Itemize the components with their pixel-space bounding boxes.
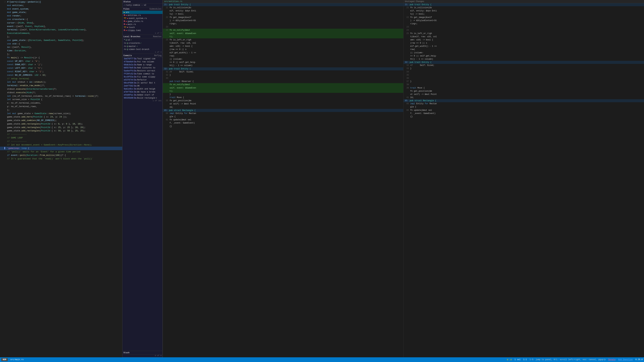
code-line: terminal::{self, EnterAlternateScreen, L…	[0, 28, 122, 32]
git-stash-title: Stash	[124, 352, 130, 354]
version-label: 0.36.0	[636, 359, 643, 361]
main-container: ✓ #![warn(clippy::pedantic)] mod entitie…	[0, 0, 644, 357]
diff-section-85: 85: pub struct Rectangle {	[163, 109, 403, 112]
diff-left-line: 32 }	[163, 73, 403, 77]
git-commit-9[interactable]: 68cdf606 Da It works! But t	[122, 81, 162, 84]
commits-pagination: 1 of 101	[122, 99, 162, 102]
git-commit-6[interactable]: ff29fc52 Da Fake commit to	[122, 72, 162, 75]
diff-right-line: 38	[404, 83, 644, 86]
code-line: const LEFT_KEY: char = 'h';	[0, 66, 122, 70]
status-warnings: W ⚠6	[507, 359, 512, 361]
git-branches-section: Local Branches Remotes * ψ v2 ✓ 3m ψ cro…	[122, 35, 162, 54]
git-branch-v2[interactable]: * ψ v2 ✓	[122, 38, 162, 41]
code-line: // let mut movement_event = GameEvent::K…	[0, 143, 122, 147]
code-line: game_state.add_rectangles(Point2d { x: 0…	[0, 122, 122, 126]
code-line: x: no_of_terminal_columns,	[0, 101, 122, 105]
git-branch-master[interactable]: 4m ψ master ✓	[122, 45, 162, 48]
code-line: let (no_of_terminal_columns, no_of_termi…	[0, 94, 122, 98]
code-line: terminal::enable_raw_mode()?;	[0, 84, 122, 87]
git-branch-item: ✓ rusty-zombie → v2	[122, 3, 162, 7]
diff-right-line: gle {	[404, 105, 644, 109]
git-commit-4[interactable]: 085578d5 Da Add closures to	[122, 66, 162, 69]
diff-left-line: gle {	[163, 115, 403, 118]
git-file-clippy[interactable]: M ● clippy.toml	[122, 29, 162, 32]
git-file-main[interactable]: M ● main.rs	[122, 23, 162, 26]
diff-right-line: ) -> &StyledContent<St	[404, 19, 644, 22]
code-line: ✓ #![warn(clippy::pedantic)]	[0, 0, 122, 4]
diff-left-line: ut self) -> &mut Point	[163, 102, 403, 106]
diff-right-line: elf.get_width() - 1 ==	[404, 45, 644, 48]
git-status-title: Status	[124, 1, 131, 3]
status-hint: 1-5: jump to panel, H/L: scroll left/rig…	[530, 359, 606, 361]
git-files-title: Files	[124, 8, 130, 10]
code-content: ✓ #![warn(clippy::pedantic)] mod entitie…	[0, 0, 122, 357]
code-line: game_state.add_rectangles(Point2d { x: 2…	[0, 126, 122, 129]
git-status-header: Status	[122, 0, 162, 3]
diff-right-line: t(&self, row: u16, col	[404, 35, 644, 38]
git-commit-1[interactable]: 3dd76f77 Da Test signed com	[122, 57, 162, 60]
diff-section-32: 32: pub trait Entity {	[163, 67, 403, 70]
git-panel: Status ✓ rusty-zombie → v2 Files Submodu…	[122, 0, 163, 357]
code-line: const RIGHT_KEY: char = 'l';	[0, 70, 122, 73]
diff-left-line: {}	[163, 125, 403, 128]
status-sel: 1 sel	[514, 359, 520, 361]
status-bar: NOR src/main.rs W ⚠6 1 sel 1:1 1-5: jump…	[0, 357, 644, 362]
files-pagination: 1 of 7	[122, 32, 162, 34]
code-line: // ------------	[0, 140, 122, 143]
code-line: stdout.execute(EnterAlternateScreen)?;	[0, 87, 122, 91]
diff-right-line: || (column-	[404, 51, 644, 54]
git-commit-7[interactable]: 9cc0f53a Da Fix some clippy	[122, 75, 162, 78]
git-src-item[interactable]: ▶ src	[122, 11, 162, 14]
diff-left-line-add: t);	[163, 35, 403, 38]
git-commits-section: Commits Reflog 3dd76f77 Da Test signed c…	[122, 54, 162, 351]
code-line: // ------------	[0, 133, 122, 136]
git-stash-header: Stash	[122, 351, 162, 355]
git-commits-title: Commits	[124, 54, 132, 57]
diff-left-line: == 0 || self.get_heig-	[163, 61, 403, 64]
git-commit-8[interactable]: e5378744 Da Refactor	[122, 78, 162, 81]
git-branch-crossterm[interactable]: 3m ψ crossterm ✓	[122, 41, 162, 45]
git-commit-2[interactable]: 475bb0d4 Da Put row column	[122, 60, 162, 63]
code-line: game_state.add_hero(Point2d { x: 24, y: …	[0, 115, 122, 119]
diff-left-line: 80 impl Entity for Rectan	[163, 112, 403, 115]
diff-right-line: elf, entity: &dyn Enti	[404, 9, 644, 12]
diff-right-line: ring>;	[404, 22, 644, 25]
code-line: let screen_size = Point2d {	[0, 98, 122, 101]
diff-header-right: Unstaged Changes	[404, 0, 644, 3]
diff-file-left: src/entities.rs	[164, 0, 182, 3]
diff-left-line: (row == 0 || s	[163, 48, 403, 51]
diff-left-line: pub trait Observer {	[163, 80, 403, 83]
diff-content-left: 21: pub trait Entity { 21 fn is_collisio…	[163, 3, 403, 357]
diff-right-line: row)	[404, 48, 644, 51]
git-commit-14[interactable]: 99335b08 Da Build rectangle ▼	[122, 96, 162, 99]
git-branch-simon[interactable]: 4m ψ simon-test-branch	[122, 48, 162, 51]
git-branches-title: Local Branches	[124, 35, 140, 38]
diff-section-right-32: 32: pub trait Entity {	[404, 61, 644, 64]
diff-left-line: 33	[163, 77, 403, 80]
status-cursor: 1:1	[523, 359, 527, 361]
ask-question-link[interactable]: Ask Question	[618, 359, 632, 361]
git-file-game-state[interactable]: M ● game_state.rs	[122, 20, 162, 23]
git-file-touch[interactable]: ?? ■ touch	[122, 26, 162, 29]
git-commit-13[interactable]: e54d9fac Da Added start of	[122, 93, 162, 96]
diff-section-right-85: 85: pub struct Rectangle {	[404, 99, 644, 102]
diff-right-line: 39 trait Move {	[404, 86, 644, 90]
diff-right-line: 33 }	[404, 67, 644, 70]
diff-left-line: ty) -> bool;	[163, 12, 403, 16]
git-commit-3[interactable]: 68db3e2a Da Name a range	[122, 63, 162, 66]
donate-link[interactable]: Donate	[608, 359, 616, 361]
diff-right-line: (row == 0 || s	[404, 41, 644, 45]
git-commit-11[interactable]: 9able9cc Da Width and heigh	[122, 87, 162, 90]
diff-left-line-add: fn on_notify(&mut	[163, 83, 403, 86]
diff-left-line: }	[163, 93, 403, 96]
git-commit-12[interactable]: d7bf792e Da We have a broke	[122, 90, 162, 93]
diff-panels: src/entities.rs 21: pub trait Entity { 2…	[163, 0, 644, 357]
git-commit-10[interactable]: 2ebf7582 Da OK	[122, 84, 162, 87]
git-file-event-system[interactable]: ?? ● event_system.rs	[122, 17, 162, 20]
code-line: use std::{	[0, 42, 122, 46]
git-commit-5[interactable]: 5aebeffd Da Restore correct	[122, 69, 162, 72]
diff-left-line: 23	[163, 25, 403, 29]
diff-right-line: 85 impl Entity for Rectan	[404, 102, 644, 105]
branches-pagination: 1 of 4	[122, 51, 162, 53]
git-file-entities[interactable]: M ● entities.rs	[122, 14, 162, 17]
